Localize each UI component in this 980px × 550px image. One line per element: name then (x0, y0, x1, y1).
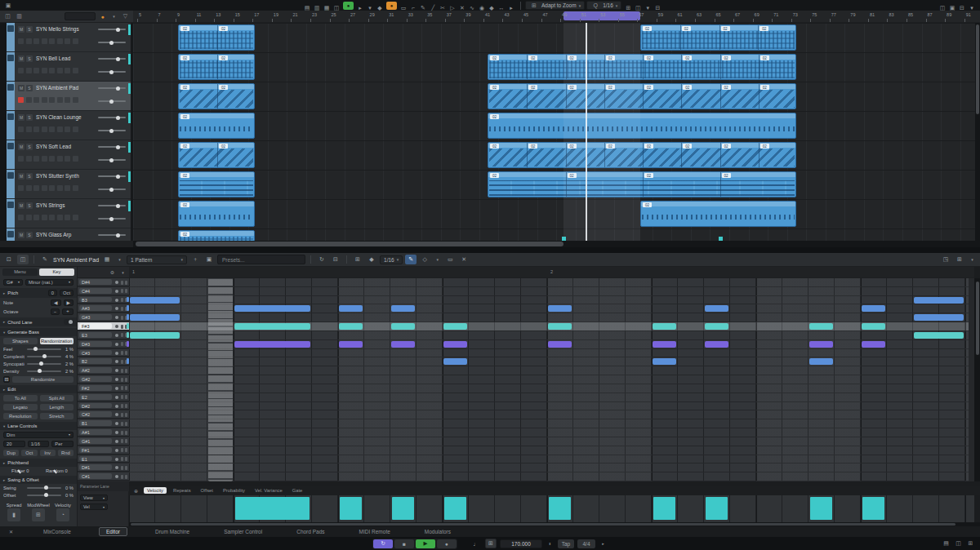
track-mini-button-4[interactable] (49, 185, 55, 191)
lane-mini-button[interactable] (121, 475, 123, 479)
solo-button[interactable]: S (26, 114, 33, 121)
lane-mini-button[interactable] (121, 333, 123, 337)
lane-mini-button[interactable] (121, 342, 123, 346)
track-mini-button-7[interactable] (73, 156, 78, 162)
volume-handle[interactable] (116, 175, 120, 179)
generate-section-header[interactable]: ▾Generate Bass (0, 328, 77, 336)
window-menu-icon[interactable]: ▣ (3, 1, 13, 10)
track-mini-button-7[interactable] (73, 126, 78, 132)
record-enable-button[interactable] (18, 97, 24, 103)
velocity-tab-gate[interactable]: Gate (289, 487, 306, 494)
grid-lane[interactable] (129, 331, 969, 339)
solo-button[interactable]: S (26, 173, 33, 180)
scrollbar-thumb[interactable] (976, 24, 979, 114)
edit-resolution-button[interactable]: Resolution (3, 413, 38, 419)
vertical-scrollbar-editor[interactable] (974, 278, 980, 481)
midi-clip[interactable]: 0202020202020202 (488, 142, 796, 168)
track-mini-button-3[interactable] (42, 156, 47, 162)
octave-up-button[interactable]: ＋ (62, 308, 74, 315)
grid-lane[interactable] (129, 375, 969, 384)
modwheel-widget[interactable]: ModWheel⊞ (27, 503, 50, 522)
track-mini-button-4[interactable] (49, 215, 55, 220)
midi-note[interactable] (391, 341, 415, 348)
grid-lane[interactable] (129, 455, 969, 464)
lane-mute-dot[interactable] (115, 290, 118, 293)
track-row[interactable]: MSSYN Ambient Pad (7, 82, 131, 111)
zone-divider[interactable] (0, 247, 980, 253)
volume-slider[interactable] (98, 117, 126, 118)
lane-row[interactable]: A#1 (78, 428, 129, 437)
pitchbend-knob-random[interactable]: Random 0 (40, 468, 74, 473)
midi-note[interactable] (391, 323, 415, 330)
edit-to-all-button[interactable]: To All (3, 395, 38, 401)
pitch-value[interactable]: 0 (48, 290, 57, 296)
volume-slider[interactable] (98, 175, 126, 177)
adapt-to-zoom-dropdown[interactable]: ⊞ Adapt to Zoom▾ (525, 1, 585, 10)
pitchbend-header[interactable]: ▸Pitchbend (0, 459, 77, 467)
solo-button[interactable]: S (26, 26, 33, 33)
lane-row[interactable]: C#4 (78, 287, 129, 295)
track-mini-button-5[interactable] (57, 68, 63, 73)
pan-handle[interactable] (109, 70, 114, 74)
tempo-stepper-icon[interactable]: ⬍ (546, 539, 555, 548)
lane-mute-dot[interactable] (115, 440, 118, 443)
track-row[interactable]: MSSYN Mello Strings (7, 23, 131, 52)
tap-tempo-button[interactable]: Tap (558, 539, 574, 548)
midi-clip[interactable]: 02 (488, 113, 796, 139)
transport-caret-icon[interactable]: ▸ (599, 539, 608, 548)
track-mini-button-3[interactable] (42, 68, 47, 73)
grid-lane[interactable] (129, 278, 969, 286)
chord-lane-toggle[interactable] (64, 319, 74, 325)
lane-mini-button[interactable] (121, 431, 123, 435)
lane-mini-button[interactable] (125, 413, 127, 417)
volume-slider[interactable] (98, 234, 126, 236)
midi-clip[interactable]: 02 (178, 113, 255, 139)
midi-note[interactable] (705, 305, 728, 312)
track-config-icon[interactable]: ▥ (15, 12, 24, 20)
stop-button[interactable]: ■ (394, 539, 414, 548)
midi-clip[interactable]: 0202 (178, 142, 255, 168)
timeline-ruler[interactable]: 5791113151719212325272931333537394143454… (133, 11, 980, 23)
grid-lane[interactable] (129, 446, 969, 455)
velocity-widget[interactable]: Velocity◔ (52, 503, 74, 522)
slider-track[interactable] (27, 370, 61, 372)
lane-mini-button[interactable] (121, 360, 123, 364)
step-input-icon[interactable]: ⊟ (330, 255, 341, 264)
shapes-button[interactable]: Shapes (3, 338, 38, 344)
track-mini-button-4[interactable] (49, 126, 55, 132)
horizontal-scrollbar[interactable] (133, 241, 980, 247)
track-mini-button-7[interactable] (73, 38, 78, 44)
chord-lane-header[interactable]: ▸Chord Lane (0, 317, 77, 326)
lane-mute-dot[interactable] (115, 281, 118, 284)
track-mini-button-2[interactable] (33, 38, 39, 44)
midi-clip[interactable]: 02020202 (640, 24, 796, 51)
pan-handle[interactable] (109, 217, 114, 221)
midi-note[interactable] (862, 305, 885, 312)
track-mini-button-6[interactable] (65, 215, 70, 220)
caret-icon[interactable]: ▾ (115, 255, 124, 264)
midi-note[interactable] (914, 314, 964, 321)
lane-mute-dot[interactable] (115, 458, 118, 461)
octave-down-button[interactable]: − (51, 308, 60, 315)
lane-mute-dot[interactable] (115, 475, 118, 478)
draw-tool-button[interactable]: ✎ (405, 255, 416, 264)
velocity-tab-probability[interactable]: Probability (220, 487, 248, 494)
grid-lane[interactable] (129, 419, 969, 428)
solo-button[interactable]: S (26, 55, 33, 62)
auto-write-button[interactable]: ● (386, 2, 397, 10)
lane-mini-button[interactable] (121, 395, 123, 399)
metronome-icon[interactable]: ♩ (470, 539, 482, 548)
lane-control-rnd-button[interactable]: Rnd (58, 450, 74, 456)
solo-button[interactable]: S (26, 232, 33, 238)
velocity-bar[interactable] (340, 497, 362, 520)
volume-slider[interactable] (98, 87, 126, 89)
zone-tab-midi-remote[interactable]: MIDI Remote (353, 528, 397, 535)
lane-controls-header[interactable]: ▾Lane Controls (0, 422, 77, 430)
lane-mini-button[interactable] (125, 395, 127, 399)
lane-row[interactable]: D#1 (78, 464, 129, 472)
track-mini-button-5[interactable] (57, 185, 63, 191)
lane-mute-dot[interactable] (115, 413, 118, 416)
track-mini-button-7[interactable] (73, 185, 78, 191)
midi-clip[interactable]: 0202 (178, 83, 255, 109)
lane-mini-button[interactable] (125, 281, 127, 285)
